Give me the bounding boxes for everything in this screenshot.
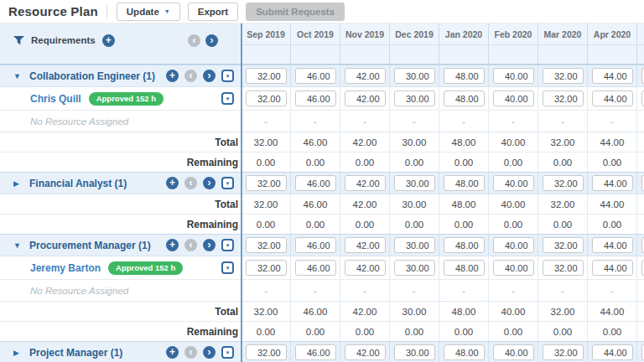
hours-input[interactable] (493, 90, 534, 106)
hours-input[interactable] (345, 237, 386, 253)
hours-input[interactable] (444, 68, 485, 84)
total-value: 40.00 (489, 302, 538, 321)
hours-input[interactable] (493, 260, 534, 276)
hours-cell-clipped (637, 235, 644, 256)
hours-input[interactable] (246, 175, 287, 191)
hours-input[interactable] (543, 68, 584, 84)
hours-input[interactable] (543, 260, 584, 276)
hours-input[interactable] (493, 68, 534, 84)
row-menu-button[interactable]: ▼ (221, 239, 234, 251)
scroll-left-button[interactable]: ‹ (184, 346, 197, 359)
hours-input[interactable] (592, 90, 633, 106)
update-button[interactable]: Update ▼ (117, 3, 180, 21)
hours-input[interactable] (493, 175, 534, 191)
hours-input[interactable] (543, 175, 584, 191)
caret-down-icon: ▼ (164, 8, 170, 14)
hours-input[interactable] (444, 237, 485, 253)
hours-input[interactable] (592, 175, 633, 191)
row-menu-button[interactable]: ▼ (221, 177, 234, 189)
row-menu-button[interactable]: ▼ (221, 92, 234, 105)
hours-input[interactable] (543, 237, 584, 253)
remaining-label: Remaining (187, 157, 238, 168)
hours-input[interactable] (246, 237, 287, 253)
submit-requests-button[interactable]: Submit Requests (246, 3, 345, 21)
scroll-left-button[interactable]: ‹ (184, 70, 197, 82)
add-resource-button[interactable]: + (166, 239, 179, 251)
add-resource-button[interactable]: + (166, 70, 179, 82)
hours-input[interactable] (641, 237, 644, 253)
expand-toggle-icon[interactable]: ▶ (13, 179, 23, 188)
hours-input[interactable] (641, 175, 644, 191)
hours-input[interactable] (295, 175, 336, 191)
hours-input[interactable] (345, 260, 386, 276)
hours-input[interactable] (295, 260, 336, 276)
hours-input[interactable] (641, 68, 644, 84)
hours-input[interactable] (394, 175, 435, 191)
collapse-all-icon[interactable] (13, 36, 24, 45)
collapse-toggle-icon[interactable]: ▼ (13, 72, 23, 80)
hours-input[interactable] (295, 344, 336, 360)
remaining-value: 0.00 (489, 153, 538, 172)
hours-input[interactable] (592, 68, 633, 84)
add-requirement-button[interactable]: + (102, 34, 115, 47)
hours-cell (588, 173, 637, 194)
resource-name-link[interactable]: Chris Quill (30, 93, 81, 105)
grid-cell-clipped (637, 153, 644, 172)
hours-input[interactable] (444, 175, 485, 191)
total-value: 32.00 (538, 194, 588, 214)
hours-input[interactable] (444, 344, 485, 360)
scroll-right-button[interactable]: › (203, 239, 216, 251)
role-label: Project Manager (1) (29, 347, 122, 359)
hours-input[interactable] (592, 237, 633, 253)
add-resource-button[interactable]: + (166, 346, 179, 359)
row-menu-button[interactable]: ▼ (221, 70, 234, 82)
hours-input[interactable] (394, 237, 435, 253)
hours-input[interactable] (246, 344, 287, 360)
expand-toggle-icon[interactable]: ▶ (13, 349, 23, 357)
hours-input[interactable] (295, 90, 336, 106)
scroll-right-button[interactable]: › (203, 177, 216, 189)
month-header-cell: Nov 2019 (340, 23, 390, 44)
add-resource-button[interactable]: + (166, 177, 179, 189)
hours-input[interactable] (592, 260, 633, 276)
total-value: 46.00 (291, 194, 340, 214)
export-button[interactable]: Export (188, 3, 238, 21)
hours-input[interactable] (345, 344, 386, 360)
hours-input[interactable] (345, 90, 386, 106)
hours-input[interactable] (493, 237, 534, 253)
hours-input[interactable] (543, 344, 584, 360)
hours-input[interactable] (444, 260, 485, 276)
remaining-label: Remaining (187, 326, 238, 338)
hours-input[interactable] (394, 344, 435, 360)
hours-input[interactable] (543, 90, 584, 106)
hours-input[interactable] (394, 90, 435, 106)
hours-input[interactable] (246, 90, 287, 106)
hours-input[interactable] (295, 68, 336, 84)
hours-input[interactable] (295, 237, 336, 253)
scroll-left-button[interactable]: ‹ (184, 177, 197, 189)
timeline-back-button[interactable]: ‹ (188, 34, 200, 47)
hours-input[interactable] (246, 260, 287, 276)
hours-input[interactable] (493, 344, 534, 360)
scroll-right-button[interactable]: › (203, 346, 216, 359)
collapse-toggle-icon[interactable]: ▼ (13, 241, 23, 250)
hours-input[interactable] (394, 68, 435, 84)
hours-input[interactable] (394, 260, 435, 276)
row-menu-button[interactable]: ▼ (221, 346, 234, 359)
scroll-left-button[interactable]: ‹ (184, 239, 197, 251)
hours-input[interactable] (641, 344, 644, 360)
hours-input[interactable] (345, 175, 386, 191)
hours-input[interactable] (246, 68, 287, 84)
resource-name-link[interactable]: Jeremy Barton (30, 262, 101, 274)
timeline-forward-button[interactable]: › (205, 34, 218, 47)
total-value: 48.00 (439, 302, 489, 321)
hours-input[interactable] (641, 260, 644, 276)
remaining-value: 0.00 (538, 215, 588, 234)
scroll-right-button[interactable]: › (203, 70, 216, 82)
hours-cell (340, 173, 390, 194)
row-menu-button[interactable]: ▼ (221, 261, 234, 274)
hours-input[interactable] (345, 68, 386, 84)
hours-input[interactable] (444, 90, 485, 106)
hours-input[interactable] (592, 344, 633, 360)
hours-input[interactable] (641, 90, 644, 106)
